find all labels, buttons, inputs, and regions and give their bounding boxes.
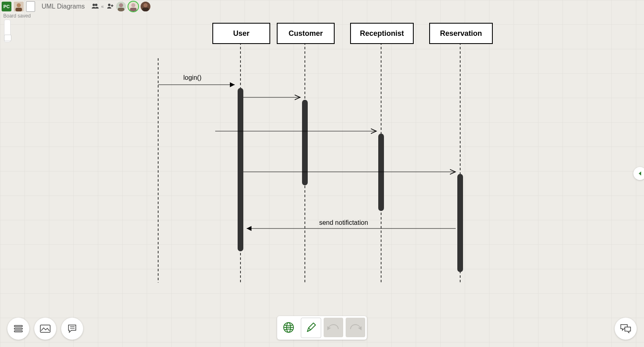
comment-button[interactable] xyxy=(61,318,83,340)
user-badge[interactable]: PC xyxy=(2,2,11,11)
list-view-button[interactable] xyxy=(7,318,29,340)
lifeline-label: Reservation xyxy=(440,29,482,38)
save-status: Board saved xyxy=(3,13,31,19)
board-title[interactable]: UML Diagrams xyxy=(42,3,85,10)
collab-avatar-3[interactable] xyxy=(141,2,150,11)
owner-avatar[interactable] xyxy=(14,2,24,11)
svg-rect-14 xyxy=(142,8,149,11)
collaborators-icon[interactable] xyxy=(91,3,99,10)
activation-reservation[interactable] xyxy=(457,174,463,272)
svg-point-13 xyxy=(143,3,148,7)
add-user-icon[interactable] xyxy=(106,3,114,10)
lifeline-box-user[interactable]: User xyxy=(212,23,270,44)
lifeline-box-reservation[interactable]: Reservation xyxy=(429,23,493,44)
svg-point-1 xyxy=(17,3,21,7)
image-button[interactable] xyxy=(34,318,56,340)
chat-button[interactable] xyxy=(615,318,637,340)
lifeline-label: Receptionist xyxy=(360,29,404,38)
svg-point-3 xyxy=(93,4,95,6)
separator-icon: « xyxy=(101,4,104,9)
svg-rect-15 xyxy=(14,325,22,327)
activation-customer[interactable] xyxy=(302,100,308,185)
pencil-button[interactable] xyxy=(301,318,321,338)
collab-avatar-1[interactable] xyxy=(116,2,126,11)
collab-avatar-2-active[interactable] xyxy=(128,2,138,11)
lifeline-label: Customer xyxy=(289,29,323,38)
msg-send-notification-label: send notifictation xyxy=(319,219,368,226)
zoom-thumb[interactable] xyxy=(4,35,11,41)
svg-rect-2 xyxy=(15,8,22,11)
undo-button[interactable] xyxy=(324,318,343,337)
svg-rect-17 xyxy=(14,331,22,332)
bottom-left-toolbar xyxy=(7,318,83,340)
sequence-diagram[interactable]: login() send notifictation xyxy=(0,0,644,347)
bottom-center-toolbar xyxy=(277,316,367,340)
svg-point-7 xyxy=(119,3,123,7)
activation-user[interactable] xyxy=(238,88,243,251)
globe-button[interactable] xyxy=(279,318,298,337)
svg-point-10 xyxy=(131,3,135,7)
bottom-right-toolbar xyxy=(615,318,637,340)
svg-rect-18 xyxy=(40,325,50,332)
lifeline-label: User xyxy=(233,29,249,38)
activation-receptionist[interactable] xyxy=(378,134,384,211)
document-icon[interactable] xyxy=(26,1,35,12)
svg-rect-16 xyxy=(14,328,22,329)
top-bar: PC UML Diagrams « xyxy=(0,0,644,13)
panel-collapse-button[interactable] xyxy=(633,167,644,180)
lifeline-box-customer[interactable]: Customer xyxy=(277,23,335,44)
svg-point-4 xyxy=(95,4,97,6)
redo-button[interactable] xyxy=(346,318,365,337)
svg-point-5 xyxy=(108,4,110,6)
svg-rect-11 xyxy=(130,8,137,11)
svg-rect-8 xyxy=(118,8,124,11)
msg-login-label: login() xyxy=(183,74,201,81)
lifeline-box-receptionist[interactable]: Receptionist xyxy=(350,23,414,44)
zoom-slider[interactable] xyxy=(4,20,11,42)
